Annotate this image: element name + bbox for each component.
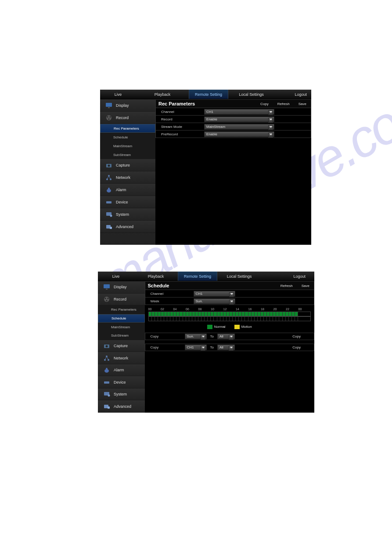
chevron-down-icon — [270, 134, 272, 135]
advanced-icon — [105, 223, 112, 230]
sidebar-label: Device — [116, 200, 128, 204]
row-prerecord: PreRecordEnable — [155, 131, 311, 138]
sidebar-sub-rec-parameters[interactable]: Rec Parameters — [100, 124, 155, 133]
sidebar-label: Network — [116, 175, 130, 180]
label: Channel — [145, 292, 194, 296]
copy-from-select[interactable]: CH1 — [185, 345, 207, 350]
svg-point-23 — [106, 300, 108, 301]
camera-icon — [105, 162, 112, 169]
sidebar-sub-schedule[interactable]: Schedule — [98, 314, 145, 323]
sidebar-item-display[interactable]: Display — [98, 281, 145, 294]
tab-live[interactable]: Live — [100, 90, 136, 99]
tab-logout[interactable]: Logout — [274, 90, 311, 99]
tab-remote-setting[interactable]: Remote Setting — [178, 272, 217, 281]
schedule-row-motion[interactable] — [148, 316, 311, 321]
refresh-button[interactable]: Refresh — [273, 102, 294, 106]
svg-rect-31 — [104, 381, 109, 384]
monitor-icon — [105, 102, 112, 109]
sidebar-item-capture[interactable]: Capture — [98, 340, 145, 352]
chevron-down-icon — [270, 119, 272, 120]
sidebar-item-record[interactable]: Record — [98, 294, 145, 306]
copy-button[interactable]: Copy — [292, 345, 301, 349]
row-record: RecordEnable — [155, 116, 311, 123]
sidebar-item-alarm[interactable]: Alarm — [98, 364, 145, 377]
chevron-down-icon — [230, 336, 233, 337]
sidebar-item-advanced[interactable]: Advanced — [100, 221, 155, 233]
label: Copy — [145, 345, 185, 349]
copy-button[interactable]: Copy — [292, 334, 301, 338]
system-icon — [103, 391, 110, 398]
tab-local-settings[interactable]: Local Settings — [217, 272, 261, 281]
sidebar-item-advanced[interactable]: Advanced — [98, 400, 145, 413]
rec-parameters-panel: Live Playback Remote Setting Local Setti… — [100, 90, 311, 245]
to-label: To — [210, 334, 214, 338]
sidebar-sub-substream[interactable]: SubStream — [98, 331, 145, 340]
record-select[interactable]: Enable — [204, 116, 274, 122]
reel-icon — [105, 114, 112, 121]
sidebar-item-record[interactable]: Record — [100, 112, 155, 124]
sidebar-sub-mainstream[interactable]: MainStream — [98, 323, 145, 331]
tab-remote-setting[interactable]: Remote Setting — [189, 90, 228, 99]
sidebar-item-network[interactable]: Network — [100, 171, 155, 184]
channel-select[interactable]: CH1 — [194, 291, 235, 297]
chevron-down-icon — [270, 111, 272, 113]
schedule-row-normal[interactable] — [148, 312, 311, 316]
sidebar-sub-schedule[interactable]: Schedule — [100, 133, 155, 141]
refresh-button[interactable]: Refresh — [276, 284, 297, 288]
reel-icon — [103, 296, 110, 303]
sidebar-sub-substream[interactable]: SubStream — [100, 150, 155, 159]
copy-to-select[interactable]: All — [217, 334, 235, 339]
label: Channel — [156, 110, 204, 114]
monitor-icon — [103, 283, 110, 290]
tab-local-settings[interactable]: Local Settings — [228, 90, 274, 99]
sidebar-item-capture[interactable]: Capture — [100, 159, 155, 171]
row-week: WeekSun. — [145, 297, 315, 305]
page-title: Rec Parameters — [156, 101, 256, 106]
row-stream-mode: Stream ModeMainStream — [155, 123, 311, 131]
label: Copy — [145, 334, 185, 338]
save-button[interactable]: Save — [297, 284, 314, 288]
sidebar: Display Record Rec Parameters Schedule M… — [100, 99, 155, 245]
svg-point-25 — [106, 345, 108, 348]
copy-to-select[interactable]: All — [217, 345, 235, 350]
prerecord-select[interactable]: Enable — [204, 131, 274, 137]
legend-motion: Motion — [234, 325, 252, 329]
sidebar-label: Alarm — [114, 368, 124, 372]
chevron-down-icon — [230, 347, 233, 348]
sidebar-item-display[interactable]: Display — [100, 99, 155, 112]
advanced-icon — [103, 403, 110, 410]
sidebar-label: Device — [114, 380, 126, 385]
tab-logout[interactable]: Logout — [261, 272, 314, 281]
schedule-grid: 00020406081012141618202200 — [148, 308, 311, 321]
sidebar-sub-rec-parameters[interactable]: Rec Parameters — [98, 305, 145, 314]
copy-week-row: Copy Sun. To All Copy — [145, 333, 315, 340]
tab-playback[interactable]: Playback — [134, 272, 178, 281]
save-button[interactable]: Save — [294, 102, 311, 106]
device-icon — [103, 379, 110, 386]
week-select[interactable]: Sun. — [194, 298, 235, 304]
sidebar-label: Display — [114, 285, 127, 289]
alarm-icon — [103, 366, 110, 374]
legend-normal: Normal — [207, 325, 226, 329]
sidebar-item-device[interactable]: Device — [98, 376, 145, 388]
sidebar-item-network[interactable]: Network — [98, 352, 145, 364]
svg-point-21 — [105, 297, 106, 299]
sidebar-item-system[interactable]: System — [100, 208, 155, 221]
sidebar-item-system[interactable]: System — [98, 388, 145, 401]
sidebar-item-device[interactable]: Device — [100, 196, 155, 208]
label: Stream Mode — [156, 125, 204, 129]
svg-point-7 — [108, 164, 110, 167]
sidebar-sub-mainstream[interactable]: MainStream — [100, 141, 155, 150]
label: Record — [156, 117, 204, 121]
content-area: Schedule Refresh Save ChannelCH1 WeekSun… — [145, 281, 315, 413]
tab-live[interactable]: Live — [98, 272, 134, 281]
sidebar-item-alarm[interactable]: Alarm — [100, 184, 155, 196]
tab-playback[interactable]: Playback — [136, 90, 189, 99]
chevron-down-icon — [270, 126, 272, 128]
copy-from-select[interactable]: Sun. — [185, 334, 207, 339]
channel-select[interactable]: CH1 — [204, 109, 274, 115]
system-icon — [105, 211, 112, 218]
sidebar-label: System — [114, 392, 127, 396]
copy-button[interactable]: Copy — [256, 102, 273, 106]
stream-mode-select[interactable]: MainStream — [204, 124, 274, 130]
